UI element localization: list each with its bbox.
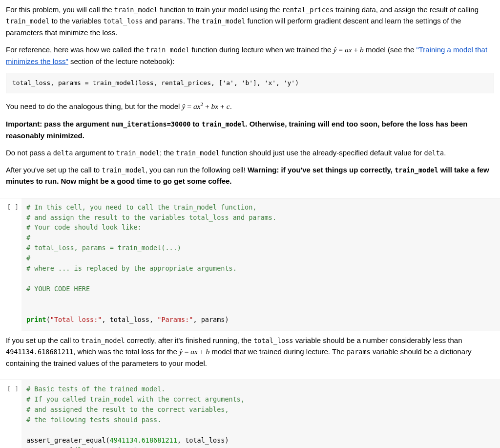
code-params: params: [347, 348, 371, 356]
code-train-model: train_model: [81, 337, 125, 344]
para-important: Important: pass the argument num_iterati…: [6, 118, 494, 141]
para-warning: After you've set up the call to train_mo…: [6, 164, 494, 187]
code-train-model: train_model: [176, 149, 220, 157]
code-train-model: train_model: [146, 46, 189, 54]
equation-linear: ŷ = ax + b: [179, 347, 209, 356]
code-num-iterations: num_iterations=30000: [111, 120, 191, 128]
para-analogous: You need to do the analogous thing, but …: [6, 100, 494, 112]
code-train-model: train_model: [116, 149, 160, 157]
para-delta: Do not pass a delta argument to train_mo…: [6, 147, 494, 158]
code-loss-number: 4941134.618681211: [6, 348, 73, 356]
code-train-model: train_model: [114, 6, 158, 14]
code-cell-2: [ ] # Basic tests of the trained model. …: [0, 380, 500, 448]
code-delta: delta: [53, 149, 73, 157]
para-after-cell: If you set up the call to train_model co…: [6, 335, 494, 369]
equation-quadratic: ŷ = ax2 + bx + c: [182, 102, 230, 110]
code-delta: delta: [424, 149, 444, 157]
code-rental-prices: rental_prices: [282, 6, 333, 14]
code-total-loss: total_loss: [103, 17, 143, 25]
para-intro: For this problem, you will call the trai…: [6, 4, 494, 38]
code-block-example: total_loss, params = train_model(loss, r…: [6, 73, 494, 93]
para-reference: For reference, here was how we called th…: [6, 44, 494, 67]
code-train-model: train_model: [395, 166, 438, 174]
code-train-model: train_model: [102, 166, 145, 174]
cell-prompt: [ ]: [0, 198, 21, 331]
code-train-model: train_model: [202, 17, 245, 25]
code-cell-1: [ ] # In this cell, you need to call the…: [0, 198, 500, 331]
markdown-cell-1: For this problem, you will call the trai…: [0, 0, 500, 197]
markdown-cell-2: If you set up the call to train_model co…: [0, 331, 500, 379]
code-train-model: train_model: [202, 120, 245, 128]
code-params: params: [159, 17, 183, 25]
code-total-loss: total_loss: [253, 337, 293, 344]
code-editor[interactable]: # Basic tests of the trained model. # If…: [21, 380, 500, 448]
code-editor[interactable]: # In this cell, you need to call the tra…: [21, 198, 500, 331]
cell-prompt: [ ]: [0, 380, 21, 448]
equation-linear: ŷ = ax + b: [333, 45, 364, 54]
code-train-model: train_model: [6, 17, 49, 25]
